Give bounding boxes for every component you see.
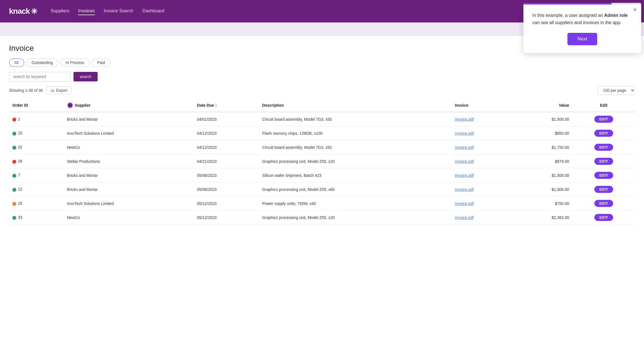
edit-button[interactable]: EDIT	[594, 186, 613, 193]
filter-tab-in-process[interactable]: In Process	[60, 58, 89, 67]
edit-button[interactable]: EDIT	[594, 172, 613, 179]
cell-invoice: invoice.pdf	[452, 112, 514, 126]
per-page-select[interactable]: 100 per page	[598, 86, 635, 95]
table-wrap: Order ID Supplier Date Due ↕ Description…	[9, 99, 635, 225]
cell-supplier: NewCo	[64, 211, 194, 225]
export-icon: 🗂	[50, 88, 54, 93]
cell-edit: EDIT	[572, 211, 635, 225]
filter-tab-all[interactable]: All	[9, 58, 24, 67]
export-button[interactable]: 🗂 Export	[46, 86, 72, 94]
invoice-link[interactable]: invoice.pdf	[455, 117, 474, 122]
cell-value: $879.00	[514, 154, 572, 168]
table-row: 15 InvoTech Solutions Limited 04/12/2023…	[9, 126, 635, 140]
cell-order-id: 15	[9, 126, 64, 140]
showing-row: Showing 1-38 of 38 🗂 Export 100 per page	[9, 86, 635, 95]
filter-tab-paid[interactable]: Paid	[92, 58, 110, 67]
col-invoice: Invoice	[452, 99, 514, 112]
invoice-link[interactable]: invoice.pdf	[455, 159, 474, 164]
cell-description: Circuit board assembly, Model 7G3, x50	[259, 140, 452, 154]
edit-button[interactable]: EDIT	[594, 116, 613, 123]
cell-date: 05/06/2023	[194, 182, 259, 197]
cell-value: $2,362.00	[514, 211, 572, 225]
status-dot	[12, 174, 16, 178]
cell-invoice: invoice.pdf	[452, 211, 514, 225]
cell-value: $850.00	[514, 126, 572, 140]
cell-description: Flash memory chips, 128GB, x100	[259, 126, 452, 140]
cell-description: Graphics processing unit, Model Z55, x20	[259, 154, 452, 168]
col-date-due[interactable]: Date Due ↕	[194, 99, 259, 112]
table-row: 12 Bricks and Mortar 05/06/2023 Graphics…	[9, 182, 635, 197]
cell-supplier: Bricks and Mortar	[64, 168, 194, 182]
filter-tab-outstanding[interactable]: Outstanding	[26, 58, 58, 67]
invoice-link[interactable]: invoice.pdf	[455, 187, 474, 192]
table-body: 1 Bricks and Mortar 04/01/2023 Circuit b…	[9, 112, 635, 225]
cell-value: $750.00	[514, 197, 572, 211]
edit-button[interactable]: EDIT	[594, 200, 613, 207]
invoice-link[interactable]: invoice.pdf	[455, 131, 474, 136]
cell-supplier: Stellar Productions	[64, 154, 194, 168]
popover: × In this example, a user assigned an Ad…	[523, 3, 641, 53]
table-row: 32 NewCo 04/12/2023 Circuit board assemb…	[9, 140, 635, 154]
cell-description: Circuit board assembly, Model 7G3, x50	[259, 112, 452, 126]
popover-next-button[interactable]: Next	[567, 33, 597, 45]
popover-text-bold: Admin role	[604, 13, 628, 18]
invoice-link[interactable]: invoice.pdf	[455, 201, 474, 206]
col-supplier: Supplier	[64, 99, 194, 112]
cell-date: 05/06/2023	[194, 168, 259, 182]
edit-button[interactable]: EDIT	[594, 130, 613, 137]
cell-date: 05/12/2023	[194, 197, 259, 211]
status-dot	[12, 202, 16, 206]
cell-order-id: 26	[9, 154, 64, 168]
cell-edit: EDIT	[572, 182, 635, 197]
status-dot	[12, 132, 16, 136]
invoice-link[interactable]: invoice.pdf	[455, 145, 474, 150]
col-edit: Edit	[572, 99, 635, 112]
cell-order-id: 33	[9, 211, 64, 225]
invoice-link[interactable]: invoice.pdf	[455, 215, 474, 220]
search-input[interactable]	[9, 72, 71, 81]
cell-description: Graphics processing unit, Model Z55, x60	[259, 182, 452, 197]
cell-invoice: invoice.pdf	[452, 182, 514, 197]
cell-value: $1,500.00	[514, 112, 572, 126]
col-value: Value	[514, 99, 572, 112]
table-row: 7 Bricks and Mortar 05/06/2023 Silicon w…	[9, 168, 635, 182]
edit-button[interactable]: EDIT	[594, 144, 613, 151]
cell-order-id: 16	[9, 197, 64, 211]
nav-invoices[interactable]: Invoices	[78, 7, 95, 15]
nav-invoice-search[interactable]: Invoice Search	[104, 7, 134, 15]
cell-description: Power supply units, 750W, x40	[259, 197, 452, 211]
logo: knack✳	[9, 7, 37, 16]
search-button[interactable]: search	[73, 72, 98, 81]
cell-value: $1,900.00	[514, 182, 572, 197]
nav-dashboard[interactable]: Dashboard	[142, 7, 164, 15]
popover-progress-bar	[523, 3, 612, 4]
cell-supplier: NewCo	[64, 140, 194, 154]
cell-date: 04/01/2023	[194, 112, 259, 126]
invoice-link[interactable]: invoice.pdf	[455, 173, 474, 178]
cell-edit: EDIT	[572, 154, 635, 168]
cell-value: $1,750.00	[514, 140, 572, 154]
col-description: Description	[259, 99, 452, 112]
cell-order-id: 32	[9, 140, 64, 154]
edit-button[interactable]: EDIT	[594, 214, 613, 221]
status-dot	[12, 146, 16, 150]
main-content: Invoice All Outstanding In Process Paid …	[0, 36, 644, 338]
table-row: 26 Stellar Productions 04/21/2023 Graphi…	[9, 154, 635, 168]
edit-button[interactable]: EDIT	[594, 158, 613, 165]
popover-text: In this example, a user assigned an Admi…	[532, 12, 632, 26]
cell-date: 04/12/2023	[194, 126, 259, 140]
cell-date: 04/12/2023	[194, 140, 259, 154]
cell-invoice: invoice.pdf	[452, 168, 514, 182]
cell-date: 05/12/2023	[194, 211, 259, 225]
popover-text-part1: In this example, a user assigned an	[532, 13, 604, 18]
invoices-table: Order ID Supplier Date Due ↕ Description…	[9, 99, 635, 225]
table-row: 1 Bricks and Mortar 04/01/2023 Circuit b…	[9, 112, 635, 126]
status-dot	[12, 160, 16, 164]
status-dot	[12, 216, 16, 220]
status-dot	[12, 118, 16, 122]
cell-order-id: 12	[9, 182, 64, 197]
popover-close-button[interactable]: ×	[633, 7, 637, 13]
cell-edit: EDIT	[572, 126, 635, 140]
popover-text-part2: can see all suppliers and invoices in th…	[532, 20, 622, 25]
nav-suppliers[interactable]: Suppliers	[50, 7, 69, 15]
